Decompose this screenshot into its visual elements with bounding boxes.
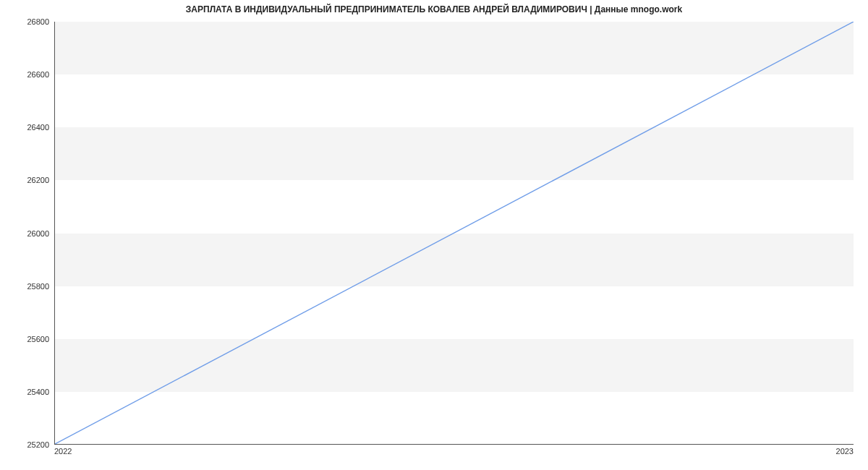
y-tick-label: 26600	[6, 70, 49, 79]
x-tick-label: 2023	[836, 447, 854, 456]
grid-band	[55, 339, 854, 392]
x-tick-label: 2022	[54, 447, 72, 456]
y-tick-label: 25200	[6, 440, 49, 449]
y-tick-label: 26000	[6, 229, 49, 238]
y-tick-label: 26400	[6, 123, 49, 132]
y-tick-label: 25600	[6, 335, 49, 343]
y-tick-label: 26200	[6, 176, 49, 184]
y-tick-label: 25800	[6, 282, 49, 291]
chart-title: ЗАРПЛАТА В ИНДИВИДУАЛЬНЫЙ ПРЕДПРИНИМАТЕЛ…	[0, 4, 868, 14]
plot-area	[54, 22, 854, 445]
y-tick-label: 25400	[6, 388, 49, 396]
y-tick-label: 26800	[6, 17, 49, 26]
grid-band	[55, 234, 854, 286]
grid-band	[55, 22, 854, 74]
grid-band	[55, 127, 854, 180]
